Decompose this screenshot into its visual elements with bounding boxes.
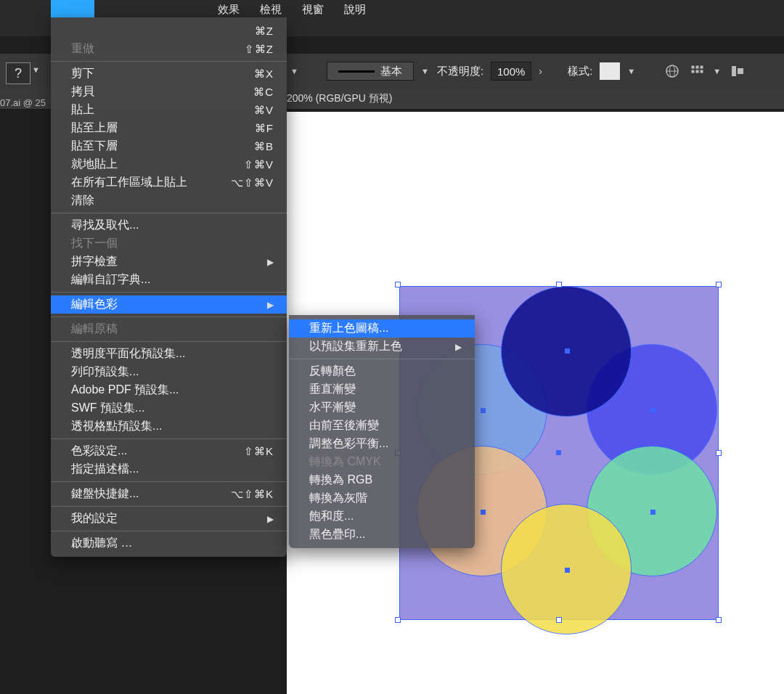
align-grid-icon[interactable]	[688, 62, 706, 80]
anchor-point[interactable]	[481, 408, 486, 413]
menu-item[interactable]: 重新上色圖稿...	[289, 319, 475, 338]
menu-window[interactable]: 視窗	[302, 3, 324, 17]
shortcut: ⌘V	[254, 104, 274, 117]
align-panel-icon[interactable]	[729, 62, 746, 80]
menu-item-label: 轉換為 CMYK	[309, 454, 381, 470]
selection-handle[interactable]	[716, 282, 722, 287]
svg-rect-7	[696, 70, 698, 73]
selection-handle[interactable]	[556, 617, 562, 623]
menu-item-label: 重新上色圖稿...	[309, 321, 388, 336]
menu-item[interactable]: 飽和度...	[289, 507, 475, 526]
menu-effects[interactable]: 效果	[218, 3, 240, 17]
menu-item[interactable]: 轉換為 RGB	[289, 471, 475, 489]
chevron-down-icon[interactable]: ▼	[627, 67, 636, 75]
svg-rect-8	[701, 70, 703, 73]
menu-item[interactable]: 拷貝⌘C	[51, 83, 287, 101]
menu-item[interactable]: 列印預設集...	[51, 363, 287, 381]
menu-item-label: 反轉顏色	[309, 364, 356, 379]
globe-icon[interactable]	[663, 62, 681, 80]
menu-item[interactable]: 轉換為灰階	[289, 489, 475, 507]
separator	[51, 341, 287, 342]
menu-item[interactable]: 指定描述檔...	[51, 460, 287, 478]
selection-handle[interactable]	[716, 617, 722, 623]
menu-item-label: 黑色疊印...	[309, 527, 365, 542]
menu-item[interactable]: 貼至上層⌘F	[51, 119, 287, 137]
style-swatch[interactable]	[600, 62, 620, 80]
menu-item[interactable]: 尋找及取代...	[51, 216, 287, 234]
chevron-down-icon[interactable]: ▼	[290, 67, 299, 75]
document-tab[interactable]: 200% (RGB/GPU 預視)	[287, 92, 392, 105]
chevron-down-icon[interactable]: ▼	[713, 67, 722, 75]
anchor-point[interactable]	[556, 450, 561, 455]
menu-item: 找下一個	[51, 234, 287, 253]
anchor-point[interactable]	[650, 510, 656, 515]
menu-item-label: 剪下	[71, 66, 94, 81]
shortcut: ⌘Z	[255, 25, 274, 38]
edit-colors-submenu: 重新上色圖稿...以預設集重新上色▶ 反轉顏色垂直漸變水平漸變由前至後漸變調整色…	[289, 315, 475, 548]
menu-item-label: 轉換為灰階	[309, 491, 367, 506]
menu-item-label: 貼上	[71, 102, 94, 118]
stroke-preset[interactable]: 基本	[327, 62, 414, 81]
stroke-line-icon	[338, 70, 375, 73]
menu-item[interactable]: 啟動聽寫 …	[51, 534, 287, 552]
anchor-point[interactable]	[565, 348, 570, 354]
menu-item[interactable]: 清除	[51, 192, 287, 210]
anchor-point[interactable]	[565, 568, 570, 573]
anchor-point[interactable]	[650, 408, 656, 413]
menu-item[interactable]: 調整色彩平衡...	[289, 435, 475, 453]
selection-handle[interactable]	[556, 282, 562, 287]
menu-item[interactable]: 反轉顏色	[289, 362, 475, 380]
menu-item-label: 清除	[71, 193, 94, 208]
menu-item: 編輯原稿	[51, 320, 287, 338]
menu-edit-highlight[interactable]	[51, 0, 94, 17]
shortcut: ⌥⇧⌘V	[231, 176, 274, 189]
menu-item[interactable]: 黑色疊印...	[289, 526, 475, 544]
menu-item[interactable]: 貼至下層⌘B	[51, 137, 287, 155]
selection-handle[interactable]	[716, 450, 722, 456]
selection-handle[interactable]	[395, 282, 401, 287]
menu-item[interactable]: 貼上⌘V	[51, 101, 287, 119]
menu-item[interactable]: 透明度平面化預設集...	[51, 345, 287, 363]
menu-item[interactable]: 拼字檢查▶	[51, 253, 287, 271]
menu-item[interactable]: 編輯色彩▶	[51, 295, 287, 314]
shortcut: ⌘C	[253, 86, 274, 99]
menu-item[interactable]: 垂直漸變	[289, 380, 475, 399]
shortcut: ⌘B	[254, 140, 274, 153]
menu-item[interactable]: SWF 預設集...	[51, 399, 287, 417]
arrow-right-icon[interactable]: ›	[539, 65, 549, 77]
separator	[51, 317, 287, 317]
separator	[289, 359, 475, 359]
menu-item-label: 編輯色彩	[71, 297, 118, 312]
menu-item[interactable]: 由前至後漸變	[289, 417, 475, 435]
menu-item-label: 水平漸變	[309, 400, 356, 415]
separator	[51, 506, 287, 507]
menu-item-label: 編輯自訂字典...	[71, 272, 150, 287]
menu-item[interactable]: 以預設集重新上色▶	[289, 338, 475, 356]
svg-rect-6	[692, 70, 694, 73]
selection-handle[interactable]	[395, 617, 401, 623]
menu-item[interactable]: 在所有工作區域上貼上⌥⇧⌘V	[51, 174, 287, 192]
separator	[51, 438, 287, 439]
menu-view[interactable]: 檢視	[260, 3, 282, 17]
shortcut: ⌥⇧⌘K	[231, 488, 274, 501]
menu-item[interactable]: Adobe PDF 預設集...	[51, 381, 287, 399]
style-label: 樣式:	[568, 65, 592, 78]
menu-item[interactable]: 就地貼上⇧⌘V	[51, 155, 287, 174]
menu-item[interactable]: 剪下⌘X	[51, 65, 287, 83]
menu-item[interactable]: 編輯自訂字典...	[51, 271, 287, 289]
menu-item[interactable]: 我的設定▶	[51, 510, 287, 528]
menu-help[interactable]: 說明	[344, 3, 366, 17]
help-icon[interactable]: ?	[6, 62, 30, 84]
opacity-value[interactable]: 100%	[491, 62, 531, 81]
separator	[51, 481, 287, 482]
anchor-point[interactable]	[481, 510, 486, 515]
menu-item[interactable]: 透視格點預設集...	[51, 417, 287, 436]
menu-item[interactable]: 鍵盤快捷鍵...⌥⇧⌘K	[51, 485, 287, 503]
chevron-down-icon[interactable]: ▼	[421, 67, 430, 75]
help-dropdown-chevron[interactable]: ▼	[32, 65, 40, 74]
menu-item-label: 貼至下層	[71, 139, 118, 154]
menu-item-label: 透明度平面化預設集...	[71, 346, 185, 362]
menubar: 效果 檢視 視窗 說明	[0, 0, 784, 19]
menu-item[interactable]: 水平漸變	[289, 399, 475, 417]
menu-item[interactable]: 色彩設定...⇧⌘K	[51, 442, 287, 460]
